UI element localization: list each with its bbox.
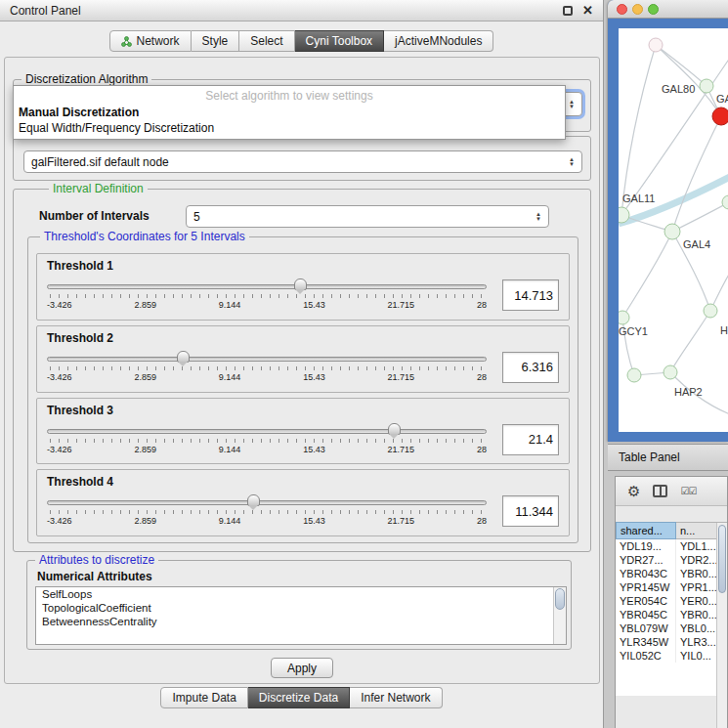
interval-definition-group: Interval Definition Number of Intervals …: [13, 189, 591, 552]
network-canvas[interactable]: GAL80 GA GAL11 GAL4 GCY1 HAP2 H: [619, 28, 728, 432]
threshold-1-value-input[interactable]: 14.713: [502, 279, 559, 311]
close-icon[interactable]: ✕: [582, 4, 593, 17]
scale-tick-label: 9.144: [219, 445, 241, 454]
table-data-combobox[interactable]: galFiltered.sif default node ▲▼: [23, 150, 582, 173]
scale-tick-label: 15.43: [303, 300, 325, 310]
network-icon: [121, 36, 132, 47]
slider-thumb[interactable]: [247, 494, 260, 506]
threshold-3-value-input[interactable]: 21.4: [502, 424, 559, 455]
slider-thumb[interactable]: [177, 351, 190, 363]
scale-tick-label: 28: [477, 372, 487, 382]
threshold-label: Threshold 1: [47, 259, 559, 273]
scale-tick-label: 28: [477, 300, 487, 310]
slider-scale: -3.4262.8599.14415.4321.71528: [47, 516, 487, 526]
tab-label: jActiveMNodules: [395, 34, 482, 48]
gear-icon[interactable]: ⚙: [627, 484, 640, 498]
list-scrollbar-thumb[interactable]: [555, 588, 565, 610]
zoom-traffic-light-icon[interactable]: [648, 4, 659, 15]
table-data-combo-value: galFiltered.sif default node: [31, 155, 169, 169]
dropdown-option-equal-width[interactable]: Equal Width/Frequency Discretization: [14, 120, 565, 136]
tab-discretize-data[interactable]: Discretize Data: [248, 687, 350, 708]
tab-style[interactable]: Style: [192, 30, 240, 52]
table-row[interactable]: YIL052CYIL0...: [616, 649, 727, 663]
slider-thumb[interactable]: [388, 423, 401, 435]
combo-stepper-icon: ▲▼: [569, 100, 575, 109]
network-view-window: GAL80 GA GAL11 GAL4 GCY1 HAP2 H: [608, 0, 728, 442]
attributes-group-label: Attributes to discretize: [35, 553, 158, 567]
number-of-intervals-label: Number of Intervals: [39, 209, 150, 223]
threshold-label: Threshold 2: [47, 331, 559, 345]
threshold-2-slider[interactable]: -3.4262.8599.14415.4321.71528: [47, 350, 487, 385]
slider-ticks: [50, 439, 484, 443]
threshold-coordinates-group: Threshold's Coordinates for 5 Intervals …: [27, 236, 578, 543]
attributes-listbox[interactable]: SelfLoops TopologicalCoefficient Between…: [35, 586, 567, 645]
dropdown-option-manual-discretization[interactable]: Manual Discretization: [14, 105, 565, 120]
table-data-group: Table Data galFiltered.sif default node …: [13, 136, 591, 181]
tab-impute-data[interactable]: Impute Data: [160, 687, 247, 708]
select-columns-icon[interactable]: ☑☑: [680, 486, 696, 496]
list-item[interactable]: BetweennessCentrality: [36, 615, 566, 628]
network-node: [664, 224, 680, 239]
slider-thumb[interactable]: [294, 278, 307, 290]
network-node: [704, 304, 717, 318]
table-scrollbar[interactable]: [716, 523, 727, 728]
threshold-4-value-input[interactable]: 11.344: [502, 495, 559, 527]
scale-tick-label: 2.859: [134, 516, 156, 526]
column-header-shared-name[interactable]: shared...: [616, 522, 676, 539]
minimize-traffic-light-icon[interactable]: [632, 4, 643, 15]
table-row[interactable]: YBL079WYBL0...: [616, 621, 727, 635]
numerical-attributes-label: Numerical Attributes: [37, 570, 152, 583]
apply-button[interactable]: Apply: [271, 658, 333, 678]
tab-label: Infer Network: [361, 691, 430, 705]
node-label: GA: [716, 93, 728, 105]
node-label: GAL11: [622, 193, 655, 204]
tab-cyni-toolbox[interactable]: Cyni Toolbox: [295, 30, 384, 52]
table-panel-bar[interactable]: Table Panel: [608, 444, 728, 471]
table-row[interactable]: YBR043CYBR0...: [616, 567, 727, 580]
node-label: GAL80: [662, 83, 695, 95]
scale-tick-label: 21.715: [388, 372, 415, 382]
scale-tick-label: 21.715: [388, 300, 415, 310]
threshold-coordinates-label: Threshold's Coordinates for 5 Intervals: [40, 230, 249, 243]
list-scrollbar[interactable]: [553, 587, 566, 644]
table-row[interactable]: YER054CYER0...: [616, 594, 727, 608]
network-window-titlebar[interactable]: [608, 0, 728, 19]
threshold-3-slider[interactable]: -3.4262.8599.14415.4321.71528: [47, 422, 487, 457]
control-panel-titlebar[interactable]: Control Panel ✕: [0, 0, 603, 21]
threshold-1-slider[interactable]: -3.4262.8599.14415.4321.71528: [47, 278, 487, 313]
list-item[interactable]: SelfLoops: [36, 587, 566, 601]
tab-infer-network[interactable]: Infer Network: [350, 687, 442, 708]
slider-track: [47, 500, 487, 505]
tab-select[interactable]: Select: [239, 30, 294, 52]
threshold-panel-1: Threshold 1 -3.4262.8599.14415.4321.7152…: [36, 253, 570, 321]
table-row[interactable]: YBR045CYBR0...: [616, 608, 727, 621]
node-label: H: [720, 324, 728, 336]
table-scrollbar-thumb[interactable]: [718, 525, 726, 593]
scale-tick-label: 21.715: [388, 445, 415, 454]
tab-network[interactable]: Network: [109, 30, 192, 52]
dropdown-placeholder: Select algorithm to view settings: [14, 88, 565, 105]
float-window-icon[interactable]: [563, 6, 573, 16]
threshold-4-slider[interactable]: -3.4262.8599.14415.4321.71528: [47, 493, 487, 529]
tab-label: Impute Data: [172, 691, 236, 705]
threshold-2-value-input[interactable]: 6.316: [502, 352, 559, 383]
tab-jactivemodules[interactable]: jActiveMNodules: [384, 30, 493, 52]
slider-track: [47, 357, 487, 362]
table-row[interactable]: YLR345WYLR3...: [616, 635, 727, 649]
table-header-row: shared... n...: [616, 522, 727, 539]
cyni-toolbox-panel: Discretization Algorithm ▲▼ Select algor…: [4, 57, 600, 684]
table-panel-title: Table Panel: [619, 450, 680, 464]
network-node: [722, 195, 728, 209]
columns-icon[interactable]: [653, 485, 667, 497]
table-row[interactable]: YDL19...YDL1...: [616, 539, 727, 553]
close-traffic-light-icon[interactable]: [617, 4, 627, 15]
list-item[interactable]: TopologicalCoefficient: [36, 601, 566, 615]
slider-scale: -3.4262.8599.14415.4321.71528: [47, 300, 487, 310]
scale-tick-label: 15.43: [303, 445, 325, 454]
combo-stepper-icon: ▲▼: [535, 212, 541, 222]
number-of-intervals-combobox[interactable]: 5 ▲▼: [186, 205, 549, 228]
scale-tick-label: -3.426: [47, 372, 72, 382]
table-row[interactable]: YPR145WYPR1...: [616, 580, 727, 594]
scale-tick-label: 9.144: [219, 300, 241, 310]
table-row[interactable]: YDR27...YDR2...: [616, 553, 727, 567]
